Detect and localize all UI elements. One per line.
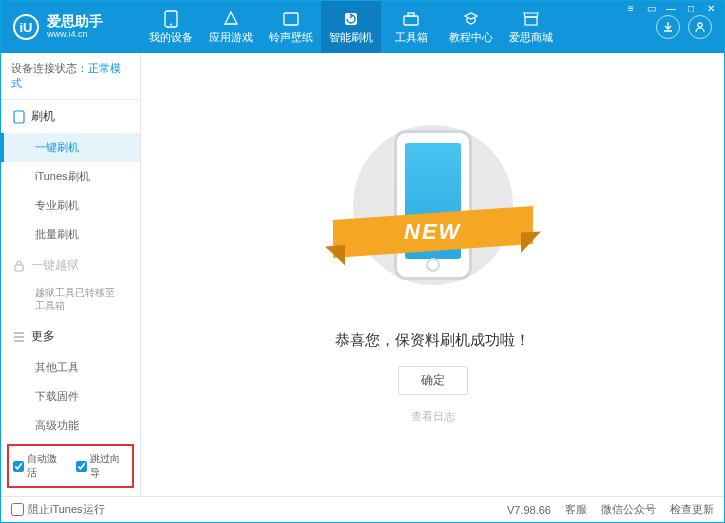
tab-label: 教程中心 bbox=[449, 30, 493, 45]
main-content: NEW 恭喜您，保资料刷机成功啦！ 确定 查看日志 bbox=[141, 53, 724, 496]
service-link[interactable]: 客服 bbox=[565, 502, 587, 517]
list-icon bbox=[13, 332, 25, 342]
svg-rect-5 bbox=[408, 13, 414, 16]
section-header-jailbreak: 一键越狱 bbox=[1, 249, 140, 282]
ribbon-text: NEW bbox=[404, 219, 461, 245]
footer: 阻止iTunes运行 V7.98.66 客服 微信公众号 检查更新 bbox=[1, 496, 724, 522]
window-controls: ≡ ▭ — □ ✕ bbox=[623, 0, 719, 16]
minimize-icon[interactable]: — bbox=[663, 0, 679, 16]
flash-icon bbox=[342, 10, 360, 28]
section-title: 一键越狱 bbox=[31, 257, 79, 274]
checkbox-label: 阻止iTunes运行 bbox=[28, 502, 105, 517]
checkbox-label: 跳过向导 bbox=[90, 452, 129, 480]
tab-label: 铃声壁纸 bbox=[269, 30, 313, 45]
version-label: V7.98.66 bbox=[507, 504, 551, 516]
sidebar-item-oneclick[interactable]: 一键刷机 bbox=[1, 133, 140, 162]
wechat-link[interactable]: 微信公众号 bbox=[601, 502, 656, 517]
logo-icon: iU bbox=[13, 14, 39, 40]
tab-toolbox[interactable]: 工具箱 bbox=[381, 1, 441, 53]
block-itunes-checkbox[interactable]: 阻止iTunes运行 bbox=[11, 502, 105, 517]
logo: iU 爱思助手 www.i4.cn bbox=[13, 14, 141, 40]
skin-icon[interactable]: ▭ bbox=[643, 0, 659, 16]
section-more: 更多 其他工具 下载固件 高级功能 bbox=[1, 320, 140, 440]
success-message: 恭喜您，保资料刷机成功啦！ bbox=[335, 331, 530, 350]
sidebar-item-batch[interactable]: 批量刷机 bbox=[1, 220, 140, 249]
svg-rect-2 bbox=[284, 13, 298, 25]
titlebar: iU 爱思助手 www.i4.cn 我的设备 应用游戏 铃声壁纸 智能刷机 bbox=[1, 1, 724, 53]
maximize-icon[interactable]: □ bbox=[683, 0, 699, 16]
svg-rect-9 bbox=[15, 265, 23, 271]
sidebar-item-itunes[interactable]: iTunes刷机 bbox=[1, 162, 140, 191]
section-header-flash[interactable]: 刷机 bbox=[1, 100, 140, 133]
svg-rect-4 bbox=[404, 16, 418, 25]
section-header-more[interactable]: 更多 bbox=[1, 320, 140, 353]
lock-icon bbox=[13, 260, 25, 272]
view-log-link[interactable]: 查看日志 bbox=[411, 409, 455, 424]
checkbox-label: 自动激活 bbox=[27, 452, 66, 480]
section-flash: 刷机 一键刷机 iTunes刷机 专业刷机 批量刷机 bbox=[1, 100, 140, 249]
options-row: 自动激活 跳过向导 bbox=[7, 444, 134, 488]
menu-icon[interactable]: ≡ bbox=[623, 0, 639, 16]
sidebar: 设备连接状态：正常模式 刷机 一键刷机 iTunes刷机 专业刷机 批量刷机 一… bbox=[1, 53, 141, 496]
svg-rect-8 bbox=[14, 111, 24, 123]
phone-icon bbox=[162, 10, 180, 28]
auto-activate-checkbox[interactable]: 自动激活 bbox=[13, 452, 66, 480]
section-jailbreak: 一键越狱 越狱工具已转移至 工具箱 bbox=[1, 249, 140, 320]
close-icon[interactable]: ✕ bbox=[703, 0, 719, 16]
sidebar-item-firmware[interactable]: 下载固件 bbox=[1, 382, 140, 411]
sidebar-item-othertools[interactable]: 其他工具 bbox=[1, 353, 140, 382]
titlebar-actions bbox=[656, 15, 712, 39]
sidebar-item-advanced[interactable]: 高级功能 bbox=[1, 411, 140, 440]
svg-point-7 bbox=[698, 23, 702, 27]
tab-label: 应用游戏 bbox=[209, 30, 253, 45]
jailbreak-note: 越狱工具已转移至 工具箱 bbox=[1, 282, 140, 320]
tutorial-icon bbox=[462, 10, 480, 28]
success-illustration: NEW bbox=[353, 125, 513, 305]
tab-store[interactable]: 爱思商城 bbox=[501, 1, 561, 53]
tab-label: 智能刷机 bbox=[329, 30, 373, 45]
store-icon bbox=[522, 10, 540, 28]
svg-rect-6 bbox=[525, 17, 537, 25]
update-link[interactable]: 检查更新 bbox=[670, 502, 714, 517]
toolbox-icon bbox=[402, 10, 420, 28]
tab-label: 我的设备 bbox=[149, 30, 193, 45]
sidebar-item-pro[interactable]: 专业刷机 bbox=[1, 191, 140, 220]
phone-outline-icon bbox=[13, 110, 25, 124]
tab-label: 工具箱 bbox=[395, 30, 428, 45]
ok-button[interactable]: 确定 bbox=[398, 366, 468, 395]
tab-label: 爱思商城 bbox=[509, 30, 553, 45]
tab-ringtones[interactable]: 铃声壁纸 bbox=[261, 1, 321, 53]
section-title: 刷机 bbox=[31, 108, 55, 125]
app-url: www.i4.cn bbox=[47, 30, 103, 40]
status-label: 设备连接状态： bbox=[11, 62, 88, 74]
svg-point-1 bbox=[170, 23, 172, 25]
tab-apps[interactable]: 应用游戏 bbox=[201, 1, 261, 53]
tab-tutorials[interactable]: 教程中心 bbox=[441, 1, 501, 53]
tab-flash[interactable]: 智能刷机 bbox=[321, 1, 381, 53]
apps-icon bbox=[222, 10, 240, 28]
section-title: 更多 bbox=[31, 328, 55, 345]
connection-status: 设备连接状态：正常模式 bbox=[1, 53, 140, 100]
user-button[interactable] bbox=[688, 15, 712, 39]
skip-guide-checkbox[interactable]: 跳过向导 bbox=[76, 452, 129, 480]
tab-my-device[interactable]: 我的设备 bbox=[141, 1, 201, 53]
app-window: ≡ ▭ — □ ✕ iU 爱思助手 www.i4.cn 我的设备 应用游戏 铃声 bbox=[0, 0, 725, 523]
app-title: 爱思助手 bbox=[47, 14, 103, 29]
nav-tabs: 我的设备 应用游戏 铃声壁纸 智能刷机 工具箱 教程中心 bbox=[141, 1, 656, 53]
download-button[interactable] bbox=[656, 15, 680, 39]
wallpaper-icon bbox=[282, 10, 300, 28]
body: 设备连接状态：正常模式 刷机 一键刷机 iTunes刷机 专业刷机 批量刷机 一… bbox=[1, 53, 724, 496]
